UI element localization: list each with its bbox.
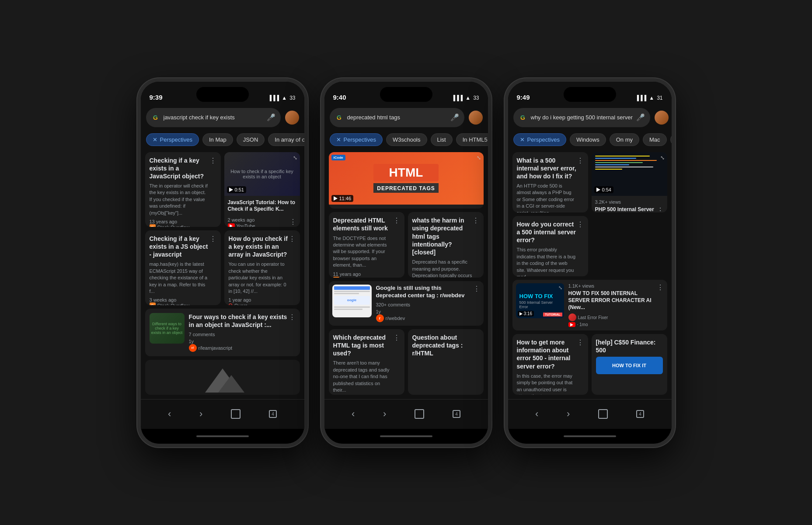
- home-btn-3[interactable]: [595, 406, 611, 422]
- result-card-2-3[interactable]: whats the harm in using deprecated html …: [408, 212, 484, 278]
- phone-1: 9:39 ▐▐▐ ▲ 33 G javascript check if key …: [137, 78, 308, 447]
- result-card-2-4[interactable]: oogle Google is still using this depreca: [329, 281, 484, 326]
- tabs-btn-2[interactable]: 4: [449, 407, 464, 421]
- more-dots-3-2[interactable]: ⋮: [657, 206, 664, 212]
- result-card-1-1[interactable]: Checking if a key exists in a JavaScript…: [145, 152, 221, 227]
- result-time-1-3: 3 weeks ago: [150, 297, 177, 302]
- result-snippet-1-1: The in operator will check if the key ex…: [150, 183, 209, 216]
- duration-1-2: 0:51: [227, 186, 246, 193]
- result-source-2-2: S Stack Overflow: [333, 277, 393, 278]
- result-snippet-1-4: You can use in operator to check whether…: [229, 261, 289, 295]
- chip-w3-2[interactable]: W3schools: [386, 133, 427, 146]
- more-dots-3-3[interactable]: ⋮: [577, 220, 584, 229]
- wifi-icon-3: ▲: [649, 95, 654, 101]
- tabs-btn-1[interactable]: 4: [265, 407, 280, 421]
- result-title-3-5: How to get more information about error …: [517, 338, 577, 370]
- result-card-2-2[interactable]: Deprecated HTML elements still work The …: [329, 212, 404, 278]
- result-card-1-4[interactable]: How do you check if a key exists in an a…: [224, 230, 300, 305]
- more-dots-1-4[interactable]: ⋮: [289, 235, 296, 243]
- home-btn-1[interactable]: [227, 406, 244, 422]
- result-card-3-5[interactable]: How to get more information about error …: [512, 334, 588, 394]
- chip-x-1: ✕: [153, 136, 157, 143]
- result-card-3-6[interactable]: [help] C$50 Finance: 500 HOW TO FIX IT: [592, 334, 667, 394]
- result-snippet-2-3: Deprecated has a specific meaning and pu…: [412, 259, 472, 278]
- more-dots-1-1[interactable]: ⋮: [209, 156, 216, 165]
- content-1: Checking if a key exists in a JavaScript…: [141, 150, 304, 399]
- result-title-1-3: Checking if a key exists in a JS object …: [150, 235, 209, 259]
- chip-mac-3[interactable]: Mac: [643, 133, 667, 146]
- dynamic-island-1: [196, 87, 249, 102]
- chip-perspectives-1[interactable]: ✕ Perspectives: [146, 133, 199, 146]
- home-indicator-2: [324, 429, 488, 444]
- more-dots-3-4[interactable]: ⋮: [657, 283, 664, 292]
- result-card-1-6[interactable]: [145, 360, 300, 395]
- chip-json-1[interactable]: JSON: [237, 133, 265, 146]
- more-dots-1-2[interactable]: ⋮: [289, 218, 296, 226]
- result-card-3-1[interactable]: What is a 500 internal server error, and…: [512, 152, 588, 212]
- result-snippet-3-5: In this case, the error may simply be po…: [517, 373, 577, 395]
- chip-list-2[interactable]: List: [431, 133, 453, 146]
- more-dots-2-4[interactable]: ⋮: [473, 285, 480, 293]
- more-dots-3-5[interactable]: ⋮: [577, 338, 584, 347]
- result-time-1-5: 1y: [189, 339, 194, 344]
- home-indicator-1: [141, 429, 304, 444]
- more-dots-2-5[interactable]: ⋮: [393, 334, 400, 342]
- mic-icon-1[interactable]: 🎤: [267, 113, 275, 122]
- chip-inmap-1[interactable]: In Map: [202, 133, 233, 146]
- more-dots-2-3[interactable]: ⋮: [472, 216, 479, 225]
- chip-inarrayofobjects-1[interactable]: In array of objects: [268, 133, 304, 146]
- tabs-btn-3[interactable]: 4: [633, 407, 648, 421]
- result-card-1-2[interactable]: How to check if a specific key exists in…: [224, 152, 300, 227]
- search-input-wrap-2[interactable]: G deprecated html tags 🎤: [330, 108, 464, 127]
- mic-icon-3[interactable]: 🎤: [636, 113, 645, 122]
- back-btn-1[interactable]: ‹: [164, 405, 174, 423]
- signal-icon-1: ▐▐▐: [268, 95, 279, 101]
- result-title-3-6: [help] C$50 Finance: 500: [596, 338, 663, 354]
- result-card-1-3[interactable]: Checking if a key exists in a JS object …: [145, 230, 221, 305]
- avatar-1[interactable]: [285, 111, 299, 125]
- reddit-avatar-1-5: r/: [189, 344, 197, 352]
- result-title-2-4: Google is still using this deprecated ce…: [376, 285, 473, 299]
- phone-2: 9:40 ▐▐▐ ▲ 33 G deprecated html tags 🎤 ✕: [321, 78, 491, 447]
- more-dots-3-1[interactable]: ⋮: [577, 156, 584, 165]
- thumb-3-2: 0:54 ⤡: [592, 152, 667, 196]
- result-card-2-1[interactable]: HTML DEPRECATED TAGS ⤡ 11:46: [329, 152, 484, 209]
- thumb-info-2-1: 740+ views Deprecated HTML Tags Explaine…: [329, 205, 484, 209]
- more-dots-1-5[interactable]: ⋮: [289, 313, 296, 321]
- back-btn-2[interactable]: ‹: [348, 405, 358, 423]
- comments-1-5: 7 comments: [189, 332, 289, 337]
- chip-perspectives-2[interactable]: ✕ Perspectives: [330, 133, 383, 146]
- forward-btn-1[interactable]: ›: [196, 405, 206, 423]
- back-btn-3[interactable]: ‹: [532, 405, 542, 423]
- home-btn-2[interactable]: [411, 406, 428, 422]
- chip-html5-2[interactable]: In HTML5: [456, 133, 488, 146]
- chip-onmy-3[interactable]: On my: [610, 133, 639, 146]
- chip-perspectives-3[interactable]: ✕ Perspectives: [513, 133, 566, 146]
- chip-windows-3[interactable]: Windows: [570, 133, 606, 146]
- forward-btn-3[interactable]: ›: [563, 405, 573, 423]
- mic-icon-2[interactable]: 🎤: [450, 113, 459, 122]
- search-input-wrap-1[interactable]: G javascript check if key exists 🎤: [146, 108, 281, 127]
- result-snippet-2-5: There aren't too many deprecated tags an…: [333, 360, 393, 393]
- more-dots-1-3[interactable]: ⋮: [209, 235, 216, 243]
- search-query-2: deprecated html tags: [347, 114, 447, 121]
- result-card-3-2[interactable]: 0:54 ⤡ 3.2K+ views PHP 500 Internal Serv…: [592, 152, 667, 212]
- chip-flights-3[interactable]: Flights: [670, 133, 672, 146]
- search-input-wrap-3[interactable]: G why do i keep getting 500 internal ser…: [513, 108, 650, 127]
- result-card-3-4[interactable]: HOW TO FIX 500 Internal Server Error TUT…: [512, 280, 667, 330]
- result-source-1-4: Q Quora: [229, 302, 289, 305]
- result-card-2-5[interactable]: Which deprecated HTML tag is most used? …: [329, 329, 404, 395]
- mountain-svg: [196, 364, 249, 395]
- result-snippet-2-2: The DOCTYPE does not determine what elem…: [333, 235, 393, 269]
- status-time-3: 9:49: [517, 94, 530, 101]
- more-dots-2-2[interactable]: ⋮: [393, 216, 400, 225]
- result-card-1-5[interactable]: Different ways to check if a key exists …: [145, 309, 300, 356]
- last-error-avatar: [568, 313, 576, 321]
- thumb-2-1: HTML DEPRECATED TAGS ⤡ 11:46: [329, 152, 484, 205]
- avatar-2[interactable]: [469, 111, 483, 125]
- forward-btn-2[interactable]: ›: [380, 405, 390, 423]
- result-card-3-3[interactable]: How do you correct a 500 internal server…: [512, 216, 588, 276]
- result-card-2-6[interactable]: Question about deprecated tags : r/HTML: [408, 329, 484, 395]
- avatar-3[interactable]: [655, 111, 669, 125]
- results-grid-1: Checking if a key exists in a JavaScript…: [141, 150, 304, 399]
